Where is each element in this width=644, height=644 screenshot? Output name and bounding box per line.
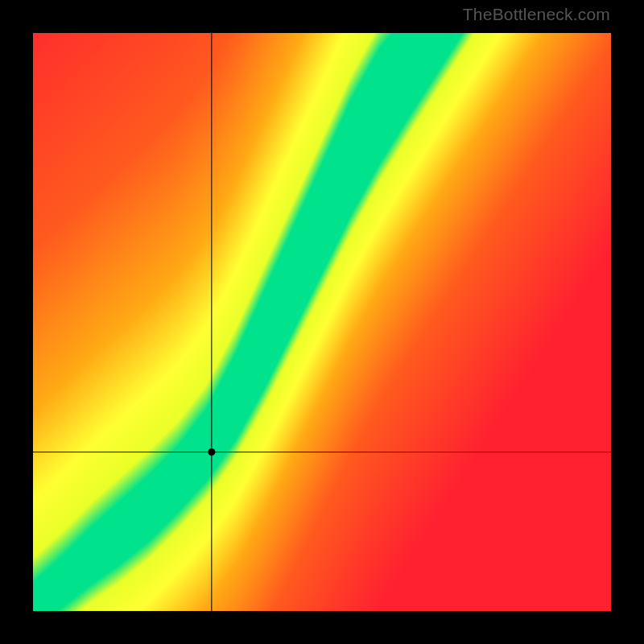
bottleneck-heatmap — [33, 33, 611, 611]
chart-container: TheBottleneck.com — [0, 0, 644, 644]
watermark-text: TheBottleneck.com — [463, 5, 610, 24]
